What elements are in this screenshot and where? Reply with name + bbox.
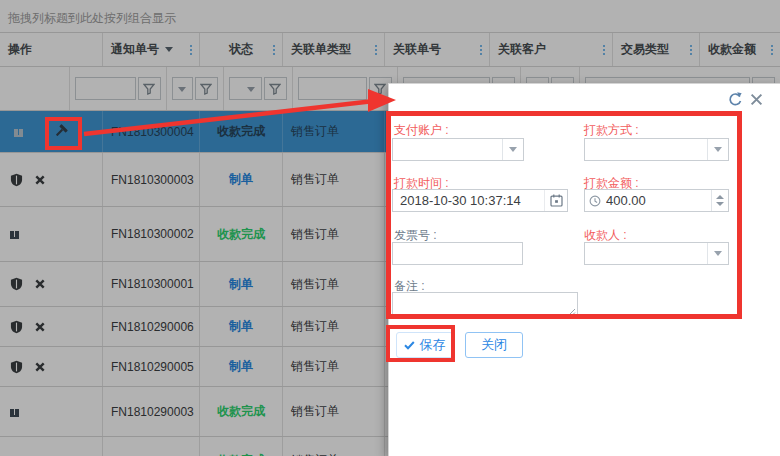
close-button[interactable]: 关闭 [465, 332, 523, 358]
invoice-no-input[interactable] [392, 242, 523, 265]
pay-time-input[interactable] [392, 189, 568, 212]
invoice-no-value[interactable] [393, 246, 522, 261]
pay-account-select[interactable] [392, 138, 524, 161]
pay-amount-input[interactable] [584, 189, 729, 212]
chevron-down-icon[interactable] [707, 139, 728, 160]
pay-account-label: 支付账户 : [394, 122, 449, 139]
close-icon[interactable] [750, 93, 763, 106]
clock-icon [589, 195, 601, 210]
payee-select[interactable] [584, 242, 729, 265]
remark-textarea[interactable] [392, 292, 578, 318]
save-button-label: 保存 [420, 336, 446, 354]
app-window: 拖拽列标题到此处按列组合显示 操作 通知单号 状态 关联单类型 关联单号 关联客… [0, 0, 780, 456]
number-spinner[interactable] [711, 190, 728, 211]
close-button-label: 关闭 [481, 336, 507, 354]
check-icon [404, 341, 415, 350]
pay-amount-value[interactable] [585, 193, 711, 208]
chevron-down-icon[interactable] [502, 139, 523, 160]
spinner-up-icon [716, 195, 724, 199]
resize-handle-icon[interactable] [568, 308, 576, 316]
refresh-icon[interactable] [727, 91, 744, 108]
pay-method-label: 打款方式 : [584, 122, 639, 139]
pay-time-value[interactable] [393, 193, 544, 208]
chevron-down-icon[interactable] [707, 243, 728, 264]
spinner-down-icon [716, 202, 724, 206]
calendar-icon[interactable] [544, 190, 567, 211]
payment-dialog: 支付账户 : 打款方式 : 打款时间 : 打款金额 : 发票号 : [388, 83, 780, 456]
save-button[interactable]: 保存 [396, 332, 453, 358]
remark-value[interactable] [393, 293, 577, 317]
pay-method-select[interactable] [584, 138, 729, 161]
